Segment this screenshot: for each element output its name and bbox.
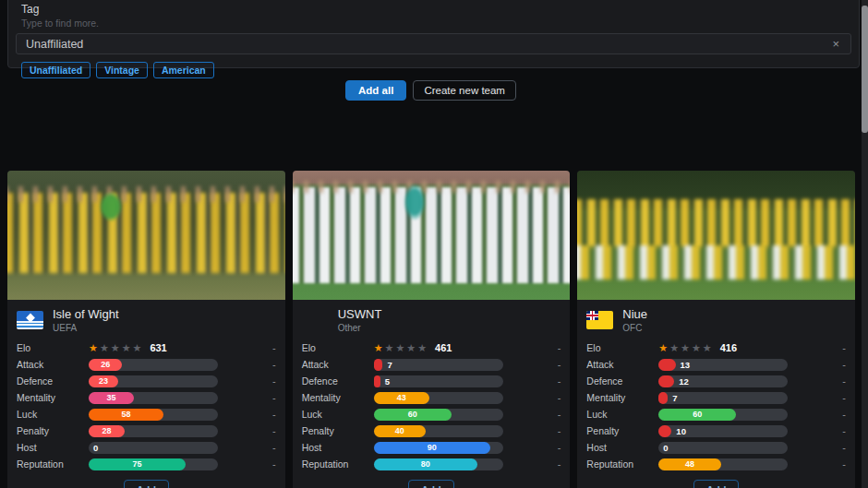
stat-row: Defence 23 - xyxy=(17,373,278,389)
stat-label: Attack xyxy=(586,359,658,370)
photo-players-texture xyxy=(293,187,571,283)
stat-row: Luck 60 - xyxy=(586,406,848,423)
stat-row: Penalty 28 - xyxy=(17,423,278,439)
stat-label: Penalty xyxy=(586,425,658,436)
tag-chip[interactable]: American xyxy=(153,62,214,78)
stat-bar: 58 xyxy=(89,409,163,421)
star-empty-icon: ★ xyxy=(692,342,701,354)
stat-label: Defence xyxy=(586,375,658,387)
stat-row: Mentality 7 - xyxy=(586,389,848,406)
stat-bar: 43 xyxy=(374,392,429,404)
stat-row: Attack 13 - xyxy=(586,356,848,373)
row-dash: - xyxy=(558,375,563,387)
add-team-button[interactable]: Add xyxy=(408,480,453,488)
stat-bar: 60 xyxy=(658,409,736,421)
add-button-row: Add xyxy=(7,472,285,488)
stat-bar xyxy=(374,359,383,371)
stats-list: Elo ★★★★★631 - Attack 26 - Defence 23 - … xyxy=(7,338,285,472)
stat-bar-track: 13 xyxy=(658,359,788,371)
stat-row: Host 0 - xyxy=(586,439,848,456)
tag-search-input-wrap: × xyxy=(16,33,851,54)
stat-row: Mentality 43 - xyxy=(302,389,563,406)
team-title-block: Isle of Wight UEFA xyxy=(53,307,119,333)
photo-players-texture-2 xyxy=(293,181,571,193)
stat-row: Reputation 48 - xyxy=(586,456,848,472)
tag-field-label: Tag xyxy=(21,3,853,16)
stat-label: Reputation xyxy=(586,458,658,470)
stat-bar-track: 40 xyxy=(374,425,503,437)
elo-star-rating: ★★★★★461 xyxy=(374,342,503,354)
star-empty-icon: ★ xyxy=(111,342,120,354)
team-name: Niue xyxy=(622,307,647,321)
elo-value: 416 xyxy=(720,342,737,353)
row-dash: - xyxy=(272,392,278,403)
row-dash: - xyxy=(842,409,848,420)
elo-value: 461 xyxy=(435,342,452,353)
scrollbar-thumb[interactable] xyxy=(862,6,868,133)
stat-label: Host xyxy=(302,442,374,453)
stat-row: Host 90 - xyxy=(302,439,563,456)
stat-row: Attack 7 - xyxy=(302,356,563,373)
stat-row: Reputation 75 - xyxy=(17,456,278,472)
stat-value: 0 xyxy=(663,442,668,454)
team-confederation: OFC xyxy=(622,323,647,333)
elo-star-rating: ★★★★★416 xyxy=(658,342,788,354)
add-button-row: Add xyxy=(293,472,571,488)
stat-bar xyxy=(658,392,668,404)
stat-bar-track: 75 xyxy=(89,458,218,470)
create-new-team-button[interactable]: Create new team xyxy=(413,80,516,101)
stat-bar: 40 xyxy=(374,425,426,437)
star-empty-icon: ★ xyxy=(100,342,109,354)
team-card: Niue OFC Elo ★★★★★416 - Attack 13 - Defe… xyxy=(577,171,855,488)
stat-value: 7 xyxy=(387,359,392,371)
row-dash: - xyxy=(842,392,848,403)
team-title-block: Niue OFC xyxy=(622,307,647,333)
tag-chip[interactable]: Vintage xyxy=(96,62,148,78)
stat-label: Penalty xyxy=(302,425,374,436)
stat-value: 5 xyxy=(385,375,390,387)
elo-value: 631 xyxy=(150,342,166,353)
actions-row: Add all Create new team xyxy=(0,80,862,101)
tag-search-input[interactable] xyxy=(26,38,830,51)
stat-bar-track: 23 xyxy=(89,375,218,387)
team-confederation: Other xyxy=(338,323,382,333)
row-dash: - xyxy=(272,425,278,436)
stats-list: Elo ★★★★★416 - Attack 13 - Defence 12 - … xyxy=(577,338,855,472)
star-empty-icon: ★ xyxy=(133,342,142,354)
stat-bar-track: 60 xyxy=(658,409,788,421)
row-dash: - xyxy=(272,375,278,387)
team-card: Isle of Wight UEFA Elo ★★★★★631 - Attack… xyxy=(7,171,285,488)
stat-row: Penalty 40 - xyxy=(302,423,563,439)
stat-bar: 23 xyxy=(89,375,118,387)
star-filled-icon: ★ xyxy=(658,342,668,354)
tag-chip[interactable]: Unaffiliated xyxy=(21,62,90,78)
star-filled-icon: ★ xyxy=(374,342,383,354)
stat-label: Defence xyxy=(302,375,374,387)
stat-value: 7 xyxy=(672,392,677,404)
stat-bar-track: 90 xyxy=(374,442,503,454)
elo-label: Elo xyxy=(586,342,658,353)
stat-bar xyxy=(658,359,675,371)
add-team-button[interactable]: Add xyxy=(693,480,739,488)
tag-filter-panel: Tag Type to find more. × UnaffiliatedVin… xyxy=(7,0,860,68)
team-name: USWNT xyxy=(338,307,382,321)
clear-input-icon[interactable]: × xyxy=(830,37,841,51)
photo-players-texture-2 xyxy=(7,186,285,202)
stat-row: Reputation 80 - xyxy=(302,456,563,472)
stat-bar-track: 0 xyxy=(89,442,218,454)
stat-bar-track: 80 xyxy=(374,458,503,470)
stat-label: Luck xyxy=(302,409,374,420)
add-team-button[interactable]: Add xyxy=(124,480,169,488)
stat-label: Mentality xyxy=(302,392,374,403)
stat-bar-track: 48 xyxy=(658,458,788,470)
team-title-block: USWNT Other xyxy=(338,307,382,333)
stat-bar-track: 58 xyxy=(89,409,218,421)
stat-row: Penalty 10 - xyxy=(586,423,848,439)
stat-label: Mentality xyxy=(586,392,658,403)
stat-bar-track: 43 xyxy=(374,392,503,404)
tag-chips-row: UnaffiliatedVintageAmerican xyxy=(21,62,853,78)
elo-row: Elo ★★★★★416 - xyxy=(586,339,848,356)
add-all-button[interactable]: Add all xyxy=(345,80,406,101)
stat-label: Host xyxy=(586,442,658,453)
card-header: USWNT Other xyxy=(293,300,571,338)
